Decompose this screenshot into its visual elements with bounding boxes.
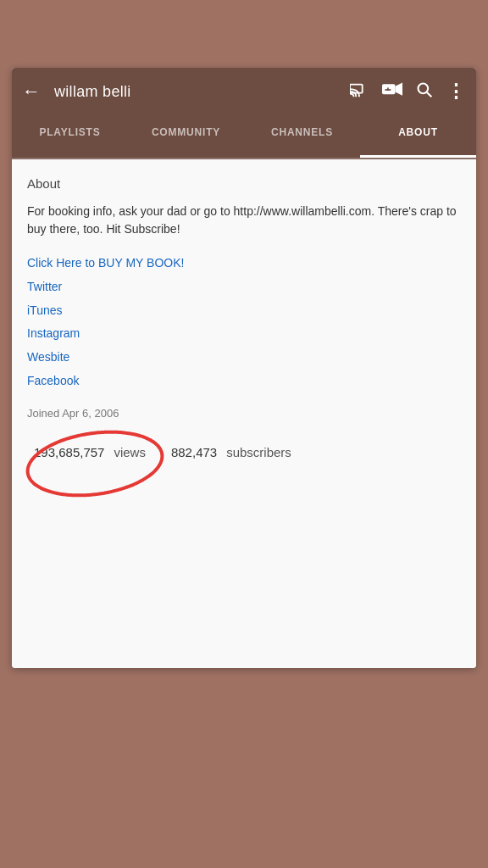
link-twitter[interactable]: Twitter: [27, 277, 461, 298]
tab-community[interactable]: COMMUNITY: [128, 115, 244, 158]
svg-rect-4: [385, 89, 391, 91]
link-website[interactable]: Wesbite: [27, 348, 461, 368]
links-section: Click Here to BUY MY BOOK! Twitter iTune…: [27, 253, 461, 392]
more-options-icon[interactable]: ⋮: [446, 81, 466, 103]
svg-marker-2: [395, 82, 402, 95]
about-content: About For booking info, ask your dad or …: [12, 159, 476, 668]
subscribers-count: 882,473: [171, 445, 217, 459]
app-container: ← willam belli: [12, 68, 476, 668]
channel-title: willam belli: [54, 83, 340, 101]
video-camera-icon[interactable]: [382, 82, 402, 102]
subscribers-stat: 882,473 subscribers: [146, 437, 291, 468]
link-instagram[interactable]: Instagram: [27, 324, 461, 344]
views-count: 193,685,757: [34, 445, 104, 459]
svg-line-6: [427, 92, 431, 96]
link-buy-book[interactable]: Click Here to BUY MY BOOK!: [27, 253, 461, 274]
back-button[interactable]: ←: [22, 81, 41, 103]
tab-about[interactable]: ABOUT: [360, 115, 476, 158]
link-itunes[interactable]: iTunes: [27, 301, 461, 321]
tab-bar: PLAYLISTS COMMUNITY CHANNELS ABOUT: [12, 115, 476, 159]
cast-icon[interactable]: [350, 82, 369, 102]
tab-channels[interactable]: CHANNELS: [244, 115, 360, 158]
tab-playlists[interactable]: PLAYLISTS: [12, 115, 128, 158]
views-label: views: [114, 445, 146, 459]
subscribers-label: subscribers: [226, 445, 291, 459]
stats-row: 193,685,757 views 882,473 subscribers: [27, 437, 461, 468]
about-description: For booking info, ask your dad or go to …: [27, 203, 461, 238]
joined-date: Joined Apr 6, 2006: [27, 407, 461, 420]
toolbar: ← willam belli: [12, 68, 476, 115]
svg-point-5: [419, 83, 429, 93]
search-icon[interactable]: [416, 81, 433, 103]
views-stat: 193,685,757 views: [27, 437, 146, 468]
about-heading: About: [27, 176, 461, 191]
link-facebook[interactable]: Facebook: [27, 371, 461, 392]
toolbar-icons: ⋮: [350, 81, 466, 103]
phone-background: ← willam belli: [0, 0, 488, 868]
